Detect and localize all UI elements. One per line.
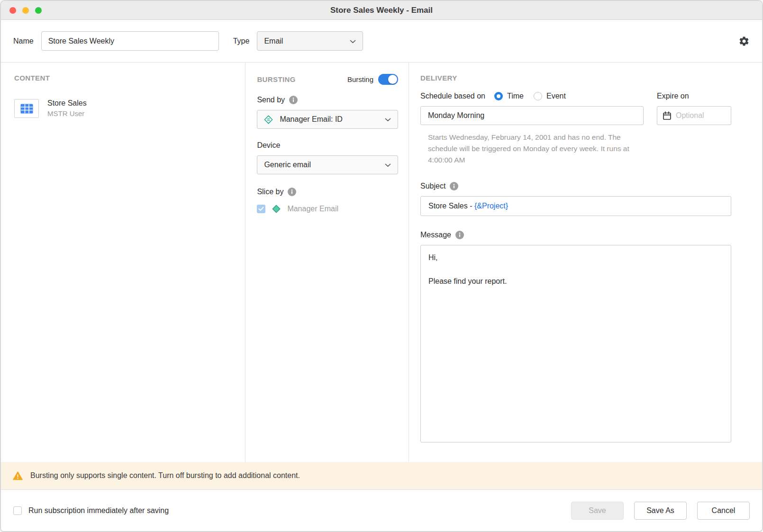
device-label-row: Device [257,141,398,150]
info-icon[interactable] [288,188,296,196]
type-select[interactable]: Email [257,31,363,51]
close-window-icon[interactable] [9,7,16,14]
delivery-heading: DELIVERY [420,74,731,82]
slice-by-label-row: Slice by [257,188,398,196]
header-bar: Name Type Email [1,20,762,63]
info-icon[interactable] [455,231,464,239]
type-selected-value: Email [264,37,283,45]
device-selected-value: Generic email [264,161,311,169]
device-label: Device [257,141,280,150]
radio-event-label[interactable]: Event [546,92,566,100]
content-heading: CONTENT [14,74,232,82]
radio-event[interactable] [534,92,542,100]
schedule-inputs-row [420,106,731,125]
attribute-diamond-icon [264,115,273,124]
footer-bar: Run subscription immediately after savin… [1,489,762,531]
delivery-panel: DELIVERY Schedule based on Time Event Ex… [409,63,762,462]
toggle-knob [388,75,397,84]
message-textarea[interactable]: Hi, Please find your report. [420,245,731,442]
schedule-based-on-label: Schedule based on [420,92,485,100]
zoom-window-icon[interactable] [35,7,42,14]
slice-by-item-row: Manager Email [257,205,398,213]
device-select[interactable]: Generic email [257,155,398,174]
bursting-toggle-label: Bursting [347,75,373,83]
save-as-button[interactable]: Save As [634,502,687,520]
subject-project-macro: {&Project} [474,202,508,210]
type-label: Type [233,37,250,45]
chevron-down-icon [385,161,391,169]
content-item-title: Store Sales [47,99,87,108]
bursting-toggle-group: Bursting [347,74,398,85]
main-panels: CONTENT Store Sales MSTR User [1,63,762,462]
slice-by-label: Slice by [257,188,283,196]
info-icon[interactable] [289,96,298,104]
bursting-header-row: BURSTING Bursting [257,74,398,85]
save-button[interactable]: Save [571,502,624,520]
send-by-select[interactable]: Manager Email: ID [257,110,398,129]
run-immediately-checkbox[interactable] [13,506,22,515]
schedule-labels-row: Schedule based on Time Event Expire on [420,92,731,100]
slice-by-checkbox[interactable] [257,205,265,213]
expire-on-input[interactable] [676,111,723,120]
content-item-owner: MSTR User [47,109,87,117]
schedule-based-on-group: Schedule based on Time Event [420,92,644,100]
radio-time[interactable] [494,92,503,100]
content-item-meta: Store Sales MSTR User [47,99,87,117]
minimize-window-icon[interactable] [22,7,29,14]
attribute-diamond-filled-icon [272,205,281,213]
expire-on-label: Expire on [657,92,689,100]
send-by-label: Send by [257,96,285,104]
schedule-description: Starts Wednesday, February 14, 2001 and … [428,132,648,166]
calendar-icon [663,111,672,120]
traffic-lights [9,1,42,19]
name-input[interactable] [41,31,219,51]
subject-label: Subject [420,182,445,190]
name-label: Name [13,37,34,45]
warning-text: Bursting only supports single content. T… [30,471,300,480]
bursting-toggle[interactable] [378,74,398,85]
warning-icon [13,471,23,480]
footer-buttons: Save Save As Cancel [571,502,750,520]
bursting-heading: BURSTING [257,75,296,83]
cancel-button[interactable]: Cancel [697,502,750,520]
subscription-editor-window: Store Sales Weekly - Email Name Type Ema… [0,0,763,532]
grid-report-icon [14,99,39,118]
message-label-row: Message [420,231,731,239]
subject-input[interactable]: Store Sales - {&Project} [420,196,731,216]
message-label: Message [420,231,451,239]
content-item-store-sales[interactable]: Store Sales MSTR User [14,99,232,118]
radio-time-label[interactable]: Time [507,92,524,100]
chevron-down-icon [350,37,356,45]
settings-gear-icon[interactable] [738,36,750,47]
expire-on-field[interactable] [657,106,731,125]
subject-label-row: Subject [420,182,731,190]
slice-by-item-label: Manager Email [287,205,338,213]
content-panel: CONTENT Store Sales MSTR User [1,63,245,462]
subject-text: Store Sales - [428,202,474,210]
bursting-panel: BURSTING Bursting Send by Manager Email:… [245,63,409,462]
window-title: Store Sales Weekly - Email [330,6,433,15]
chevron-down-icon [385,115,391,124]
schedule-input[interactable] [420,106,644,125]
title-bar: Store Sales Weekly - Email [1,1,762,20]
send-by-selected-value: Manager Email: ID [280,115,343,124]
send-by-label-row: Send by [257,96,398,104]
check-icon [258,207,264,211]
warning-bar: Bursting only supports single content. T… [1,462,762,489]
info-icon[interactable] [450,182,458,190]
run-immediately-label[interactable]: Run subscription immediately after savin… [28,506,169,515]
